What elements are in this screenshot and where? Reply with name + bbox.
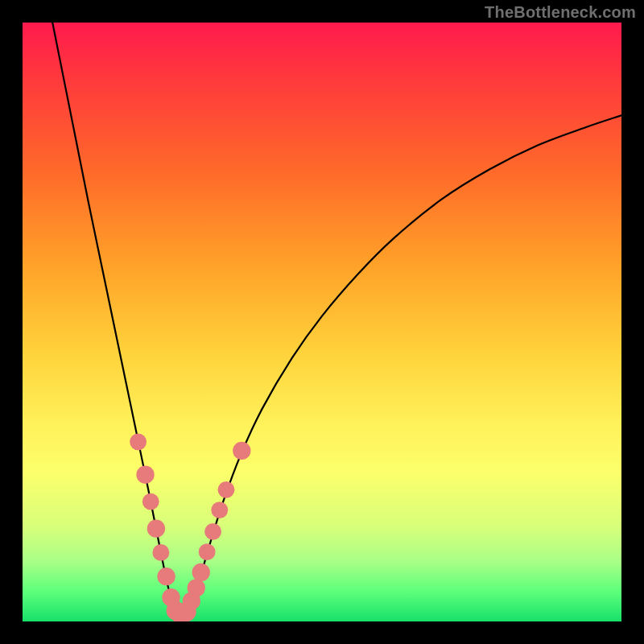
- curve-marker: [233, 442, 250, 460]
- curve-marker: [188, 579, 205, 597]
- watermark-text: TheBottleneck.com: [485, 3, 636, 22]
- curve-marker: [192, 564, 210, 581]
- chart-frame: TheBottleneck.com: [0, 0, 644, 644]
- curve-marker: [211, 502, 228, 518]
- curve-marker: [157, 568, 175, 585]
- curve-marker: [204, 523, 221, 540]
- curve-marker: [147, 520, 165, 538]
- curve-marker: [142, 493, 159, 510]
- curve-marker: [152, 544, 169, 561]
- bottleneck-curve-svg: [23, 23, 621, 621]
- curve-marker: [130, 433, 147, 450]
- curve-marker: [218, 481, 235, 498]
- curve-marker: [199, 543, 216, 560]
- curve-marker: [136, 466, 154, 484]
- curve-markers: [130, 433, 250, 621]
- plot-area: [23, 23, 621, 621]
- bottleneck-curve: [52, 23, 621, 618]
